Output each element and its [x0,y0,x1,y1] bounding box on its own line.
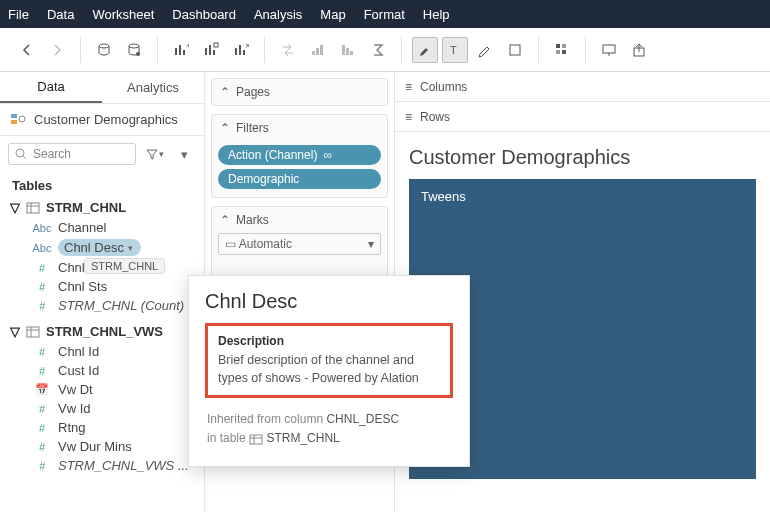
mark-type-select[interactable]: ▭ Automatic▾ [218,233,381,255]
columns-shelf[interactable]: ≡Columns [395,72,770,102]
field-vw-id[interactable]: #Vw Id [6,399,198,418]
svg-rect-24 [562,44,566,48]
field-chnl-desc[interactable]: AbcChnl Desc▾ [6,237,198,258]
sort-asc-button[interactable] [305,37,331,63]
svg-rect-11 [235,48,237,55]
menu-map[interactable]: Map [320,7,345,22]
svg-rect-19 [346,48,349,55]
number-icon: # [32,346,52,358]
table-hint-tag: STRM_CHNL [84,258,165,274]
field-chnl[interactable]: #ChnlSTRM_CHNL [6,258,198,277]
field-strm-chnl-vws-count[interactable]: #STRM_CHNL_VWS ... [6,456,198,475]
data-pane-menu-button[interactable]: ▾ [172,142,196,166]
field-vw-dur-mins[interactable]: #Vw Dur Mins [6,437,198,456]
svg-rect-23 [556,44,560,48]
labels-button[interactable]: T [442,37,468,63]
number-icon: # [32,441,52,453]
filter-fields-button[interactable]: ▾ [142,142,166,166]
back-button[interactable] [14,37,40,63]
svg-rect-10 [214,43,218,47]
menu-format[interactable]: Format [364,7,405,22]
svg-rect-25 [556,50,560,54]
new-worksheet-button[interactable]: + [168,37,194,63]
data-pane: Data Analytics Customer Demographics Sea… [0,72,205,512]
svg-rect-13 [243,50,245,55]
svg-rect-7 [205,48,207,55]
field-rtng[interactable]: #Rtng [6,418,198,437]
menu-worksheet[interactable]: Worksheet [92,7,154,22]
menu-file[interactable]: File [8,7,29,22]
presentation-button[interactable] [596,37,622,63]
fit-dropdown[interactable] [502,37,528,63]
columns-icon: ≡ [405,80,412,94]
menu-dashboard[interactable]: Dashboard [172,7,236,22]
svg-rect-20 [350,51,353,55]
menu-analysis[interactable]: Analysis [254,7,302,22]
highlight-button[interactable] [412,37,438,63]
tables-header: Tables [0,172,204,197]
tab-data[interactable]: Data [0,72,102,103]
format-button[interactable] [472,37,498,63]
clear-sheet-button[interactable]: ✕ [228,37,254,63]
field-channel[interactable]: AbcChannel [6,218,198,237]
date-icon: 📅 [32,383,52,396]
pages-shelf[interactable]: ⌃Pages [211,78,388,106]
show-me-button[interactable] [549,37,575,63]
svg-point-2 [136,52,140,56]
filter-pill-action[interactable]: Action (Channel)∞ [218,145,381,165]
sort-desc-button[interactable] [335,37,361,63]
svg-text:T: T [450,44,457,56]
svg-rect-34 [27,327,39,337]
datasource-name: Customer Demographics [34,112,178,127]
mark-label: Tweens [421,189,466,204]
svg-rect-18 [342,45,345,55]
svg-rect-16 [316,48,319,55]
svg-rect-15 [312,51,315,55]
number-icon: # [32,281,52,293]
field-strm-chnl-count[interactable]: #STRM_CHNL (Count) [6,296,198,315]
table-icon [249,434,263,445]
number-icon: # [32,300,52,312]
menu-help[interactable]: Help [423,7,450,22]
new-datasource-button[interactable] [91,37,117,63]
svg-point-0 [99,44,109,48]
duplicate-sheet-button[interactable] [198,37,224,63]
svg-point-1 [129,44,139,48]
table-icon [26,326,40,338]
search-input[interactable]: Search [8,143,136,165]
forward-button[interactable] [44,37,70,63]
tab-analytics[interactable]: Analytics [102,72,204,103]
svg-text:+: + [186,42,189,50]
svg-rect-3 [175,48,177,55]
totals-button[interactable] [365,37,391,63]
field-vw-dt[interactable]: 📅Vw Dt [6,380,198,399]
tooltip-title: Chnl Desc [205,290,453,313]
svg-rect-12 [239,45,241,55]
table-icon [26,202,40,214]
field-tree: ▽STRM_CHNL AbcChannel AbcChnl Desc▾ #Chn… [0,197,204,475]
filter-pill-demographic[interactable]: Demographic [218,169,381,189]
field-cust-id[interactable]: #Cust Id [6,361,198,380]
text-icon: Abc [32,242,52,254]
rows-shelf[interactable]: ≡Rows [395,102,770,132]
svg-rect-4 [179,45,181,55]
swap-button[interactable] [275,37,301,63]
filters-shelf[interactable]: ⌃Filters Action (Channel)∞ Demographic [211,114,388,198]
field-chnl-sts[interactable]: #Chnl Sts [6,277,198,296]
sheet-title[interactable]: Customer Demographics [395,132,770,179]
menu-data[interactable]: Data [47,7,74,22]
table-strm-chnl[interactable]: ▽STRM_CHNL [6,197,198,218]
field-chnl-id[interactable]: #Chnl Id [6,342,198,361]
svg-text:✕: ✕ [245,42,249,49]
datasource-icon [10,113,26,127]
svg-rect-9 [213,50,215,55]
refresh-datasource-button[interactable] [121,37,147,63]
link-icon: ∞ [323,148,332,162]
svg-rect-26 [562,50,566,54]
share-button[interactable] [626,37,652,63]
table-strm-chnl-vws[interactable]: ▽STRM_CHNL_VWS [6,321,198,342]
svg-rect-8 [209,45,211,55]
svg-rect-33 [27,203,39,213]
datasource-row[interactable]: Customer Demographics [0,104,204,135]
search-placeholder: Search [33,147,71,161]
